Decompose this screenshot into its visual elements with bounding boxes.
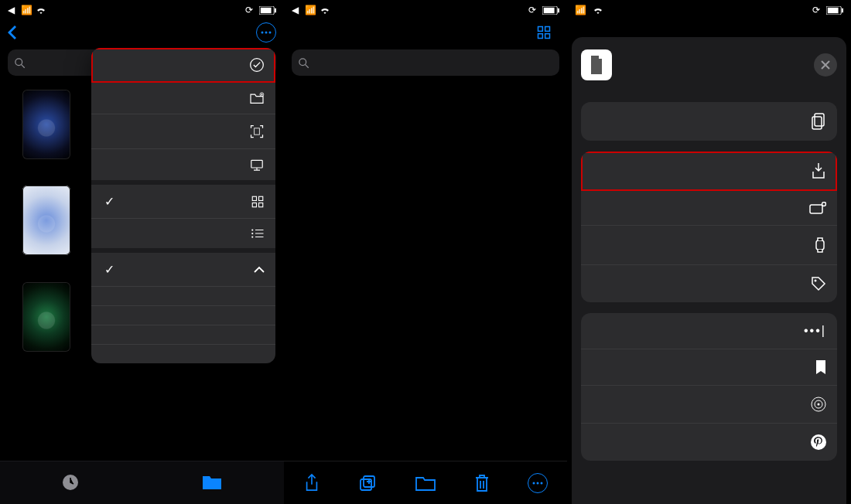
menu-scan-document[interactable] [91, 114, 275, 149]
menu-select[interactable] [91, 48, 275, 83]
document-icon [581, 49, 612, 80]
menu-new-folder[interactable] [91, 83, 275, 114]
file-thumb [22, 282, 70, 352]
svg-rect-11 [251, 160, 262, 168]
context-menu: ✓ ✓ [91, 48, 275, 363]
svg-rect-12 [252, 196, 256, 200]
svg-rect-2 [275, 8, 276, 12]
action-copy[interactable] [581, 102, 837, 141]
action-lastpass[interactable]: •••| [581, 313, 837, 349]
share-sheet: •••| [572, 37, 846, 504]
select-header [284, 20, 568, 45]
tab-bar [0, 461, 284, 504]
menu-sort-date[interactable] [91, 287, 275, 306]
svg-rect-41 [816, 240, 824, 250]
grid-icon [251, 195, 265, 209]
search-field[interactable] [292, 49, 560, 76]
action-block-apps: •••| [581, 313, 837, 461]
sheet-header [572, 46, 846, 91]
phone-2: ◀ 📶 ⟳ [284, 0, 568, 504]
svg-line-7 [21, 64, 24, 67]
svg-rect-24 [545, 27, 550, 32]
svg-point-32 [537, 482, 539, 484]
file-item[interactable] [5, 87, 88, 182]
svg-point-16 [251, 229, 253, 230]
signal-icon: 📶 [21, 5, 32, 15]
lastpass-icon: •••| [804, 324, 826, 338]
tab-browse[interactable] [202, 474, 222, 492]
close-button[interactable] [814, 53, 837, 77]
list-icon [251, 228, 265, 239]
action-block-copy [581, 102, 837, 141]
clock-icon [61, 473, 80, 492]
menu-sort-label[interactable] [91, 345, 275, 363]
svg-rect-26 [545, 34, 550, 39]
grid-toggle-icon[interactable] [536, 25, 552, 40]
edit-actions-link[interactable] [572, 461, 846, 479]
svg-rect-39 [810, 205, 822, 213]
action-toolbar [284, 461, 568, 504]
search-icon [298, 57, 309, 69]
status-bar: ◀ 📶 ⟳ [0, 0, 284, 20]
battery-icon [259, 6, 276, 15]
action-vsco[interactable] [581, 386, 837, 424]
action-pinterest[interactable] [581, 424, 837, 461]
back-caret-icon: ◀ [292, 5, 299, 15]
svg-point-17 [251, 233, 253, 234]
action-add-tag[interactable] [581, 265, 837, 302]
pinterest-icon [811, 434, 826, 450]
menu-view-list[interactable] [91, 219, 275, 253]
phone-3: 📶 ⟳ [567, 0, 851, 504]
orientation-lock-icon: ⟳ [528, 5, 536, 15]
svg-point-5 [268, 32, 271, 34]
svg-rect-1 [260, 7, 271, 12]
scan-icon [249, 124, 265, 139]
svg-point-3 [261, 32, 263, 34]
svg-rect-36 [842, 8, 843, 12]
signal-icon: 📶 [305, 5, 316, 15]
menu-sort-name[interactable]: ✓ [91, 253, 275, 287]
duplicate-icon[interactable] [358, 474, 377, 492]
svg-point-42 [814, 280, 816, 282]
action-shared-album[interactable] [581, 191, 837, 226]
orientation-lock-icon: ⟳ [245, 5, 253, 15]
battery-icon [826, 6, 843, 15]
server-icon [249, 158, 265, 171]
move-folder-icon[interactable] [415, 475, 436, 492]
action-watch-face[interactable] [581, 226, 837, 265]
share-icon[interactable] [303, 473, 320, 493]
svg-rect-25 [538, 34, 543, 39]
file-item[interactable] [5, 279, 88, 364]
file-item[interactable] [5, 182, 88, 278]
save-download-icon [811, 162, 826, 179]
action-keep[interactable] [581, 349, 837, 386]
file-thumb [22, 90, 70, 159]
battery-icon [542, 6, 559, 15]
svg-rect-37 [815, 114, 824, 126]
svg-point-18 [251, 236, 253, 237]
svg-rect-22 [558, 8, 559, 12]
menu-sort-kind[interactable] [91, 325, 275, 345]
trash-icon[interactable] [474, 474, 490, 492]
tab-recent[interactable] [61, 473, 80, 493]
svg-point-4 [265, 32, 267, 34]
menu-view-icons[interactable]: ✓ [91, 185, 275, 219]
copy-icon [811, 113, 826, 130]
chevron-up-icon [254, 266, 265, 273]
tag-icon [811, 276, 826, 291]
menu-connect-server[interactable] [91, 149, 275, 185]
signal-icon: 📶 [575, 5, 586, 15]
menu-sort-size[interactable] [91, 306, 275, 325]
file-thumb [22, 186, 70, 255]
action-save-images[interactable] [581, 152, 837, 191]
more-button[interactable] [528, 473, 548, 493]
bookmark-icon [815, 360, 826, 374]
more-button[interactable] [256, 22, 276, 43]
wifi-icon [593, 6, 603, 14]
select-circle-icon [249, 57, 265, 73]
check-icon: ✓ [102, 262, 116, 277]
wifi-icon [36, 6, 46, 14]
back-button[interactable] [8, 26, 18, 39]
vsco-icon [811, 397, 826, 412]
shared-album-icon [809, 202, 826, 214]
